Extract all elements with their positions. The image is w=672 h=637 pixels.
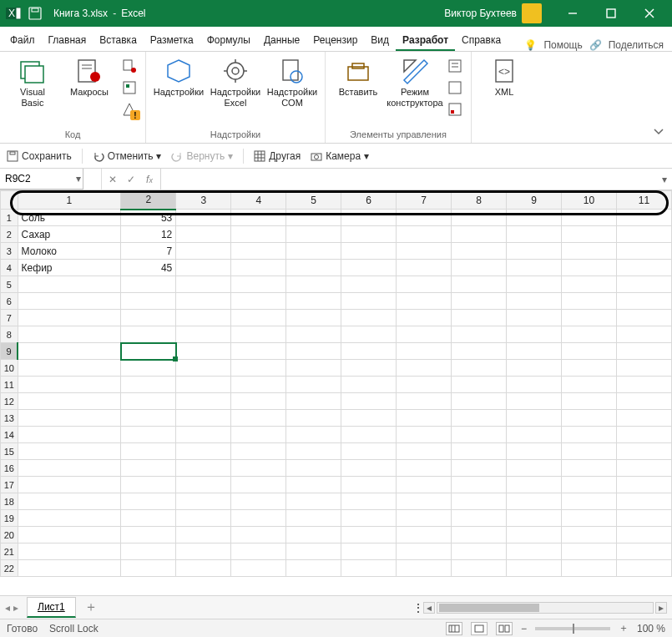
cell[interactable] <box>231 343 286 360</box>
cell[interactable]: Молоко <box>18 243 121 260</box>
cell[interactable] <box>121 326 176 343</box>
relative-ref-button[interactable] <box>120 78 139 97</box>
column-header[interactable]: 2 <box>121 191 176 210</box>
cell[interactable] <box>562 260 617 276</box>
cell[interactable] <box>562 527 617 543</box>
cell[interactable] <box>341 527 397 543</box>
cell[interactable] <box>452 310 507 326</box>
row-header[interactable]: 22 <box>1 560 18 577</box>
cell[interactable] <box>397 443 452 460</box>
cell[interactable] <box>121 510 176 527</box>
cell[interactable] <box>507 326 562 343</box>
cell[interactable] <box>18 326 121 343</box>
cell[interactable] <box>286 410 341 427</box>
cell[interactable] <box>231 393 286 410</box>
cell[interactable] <box>341 310 397 326</box>
cell[interactable] <box>286 543 341 560</box>
column-header[interactable]: 11 <box>617 191 672 210</box>
row-header[interactable]: 19 <box>1 510 18 527</box>
cell[interactable] <box>617 460 672 477</box>
normal-view-button[interactable] <box>446 622 462 635</box>
cell[interactable] <box>231 226 286 243</box>
cell[interactable] <box>452 477 507 493</box>
cell[interactable] <box>617 310 672 326</box>
cell[interactable] <box>562 493 617 510</box>
page-layout-view-button[interactable] <box>471 622 488 635</box>
cell[interactable] <box>507 276 562 293</box>
cell[interactable] <box>176 527 231 543</box>
column-header[interactable]: 4 <box>231 191 286 210</box>
fx-icon[interactable]: fx <box>142 174 157 185</box>
cell[interactable] <box>176 510 231 527</box>
user-name[interactable]: Виктор Бухтеев <box>444 8 517 19</box>
macro-security-button[interactable] <box>120 100 139 119</box>
cell[interactable] <box>617 226 672 243</box>
cell[interactable] <box>617 360 672 377</box>
cell[interactable] <box>176 343 231 360</box>
cell[interactable] <box>231 510 286 527</box>
cell[interactable] <box>507 377 562 393</box>
cell[interactable] <box>121 343 176 360</box>
cell[interactable] <box>562 443 617 460</box>
cell[interactable] <box>176 443 231 460</box>
cell[interactable] <box>231 527 286 543</box>
cell[interactable] <box>231 243 286 260</box>
cell[interactable] <box>397 243 452 260</box>
cell[interactable] <box>617 260 672 276</box>
cell[interactable] <box>507 360 562 377</box>
cell[interactable] <box>617 293 672 310</box>
row-header[interactable]: 9 <box>1 343 18 360</box>
worksheet-grid[interactable]: 1234567891011 1Соль532Сахар123Молоко74Ке… <box>0 190 672 595</box>
cell[interactable] <box>617 443 672 460</box>
cell[interactable]: 12 <box>121 226 176 243</box>
cell[interactable] <box>18 443 121 460</box>
maximize-button[interactable] <box>592 0 630 27</box>
cell[interactable] <box>18 460 121 477</box>
collapse-ribbon-icon[interactable] <box>652 124 665 138</box>
cell[interactable]: 53 <box>121 210 176 226</box>
cell[interactable] <box>507 493 562 510</box>
add-sheet-button[interactable]: ＋ <box>84 599 98 616</box>
cell[interactable] <box>18 477 121 493</box>
share-label[interactable]: Поделиться <box>609 39 664 51</box>
row-header[interactable]: 10 <box>1 360 18 377</box>
cell[interactable] <box>397 377 452 393</box>
cell[interactable] <box>18 560 121 577</box>
cell[interactable] <box>507 477 562 493</box>
cell[interactable] <box>231 427 286 443</box>
cell[interactable] <box>341 293 397 310</box>
help-icon[interactable]: 💡 <box>524 39 537 51</box>
cell[interactable]: Кефир <box>18 260 121 276</box>
cell[interactable] <box>176 560 231 577</box>
sheet-prev-button[interactable]: ◂ <box>5 602 10 614</box>
cell[interactable] <box>286 560 341 577</box>
cell[interactable] <box>121 377 176 393</box>
cell[interactable] <box>341 393 397 410</box>
minimize-button[interactable] <box>553 0 592 27</box>
tab-справка[interactable]: Справка <box>455 29 508 51</box>
row-header[interactable]: 8 <box>1 326 18 343</box>
cell[interactable] <box>231 310 286 326</box>
zoom-in-button[interactable]: ＋ <box>619 621 629 635</box>
column-header[interactable]: 1 <box>18 191 121 210</box>
cell[interactable] <box>507 443 562 460</box>
cell[interactable] <box>562 510 617 527</box>
cell[interactable] <box>617 377 672 393</box>
column-header[interactable]: 10 <box>562 191 617 210</box>
cell[interactable] <box>507 310 562 326</box>
cell[interactable] <box>18 393 121 410</box>
cell[interactable] <box>176 243 231 260</box>
cell[interactable] <box>341 477 397 493</box>
cell[interactable] <box>231 260 286 276</box>
formula-input[interactable]: ▾ <box>161 169 672 190</box>
cell[interactable] <box>286 260 341 276</box>
cell[interactable] <box>18 360 121 377</box>
chevron-down-icon[interactable]: ▾ <box>76 173 81 185</box>
column-header[interactable]: 6 <box>341 191 397 210</box>
cell[interactable] <box>286 210 341 226</box>
tab-файл[interactable]: Файл <box>3 29 42 51</box>
cell[interactable] <box>562 460 617 477</box>
cell[interactable] <box>507 510 562 527</box>
cell[interactable] <box>452 527 507 543</box>
cell[interactable] <box>341 560 397 577</box>
